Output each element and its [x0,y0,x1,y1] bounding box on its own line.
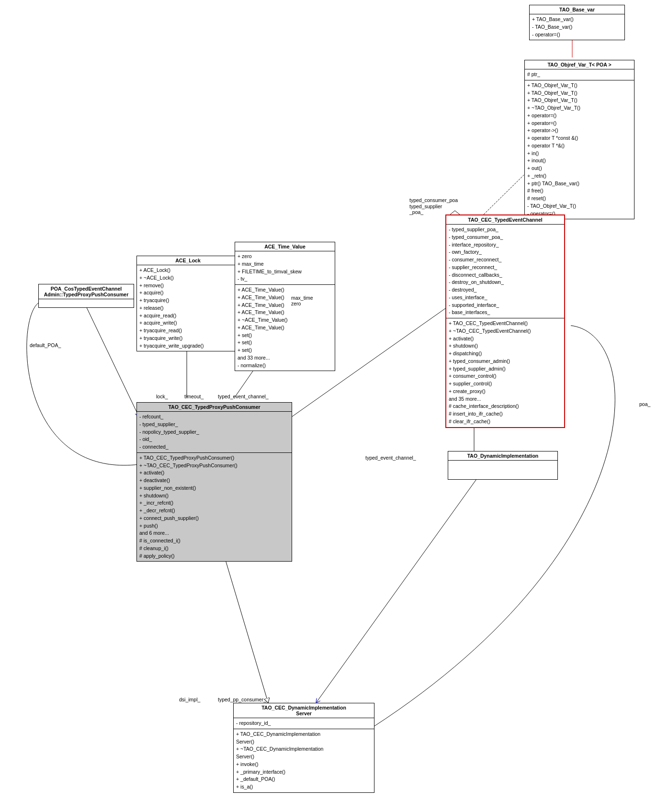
box-title-ace-time-value: ACE_Time_Value [235,242,335,251]
box-section-ace-time-value-attrs: + zero + max_time + FILETIME_to_timval_s… [235,251,335,285]
label-default-poa: default_POA_ [30,342,61,348]
box-section-tao-cec-dynamic-impl-attrs: - repository_id_ [234,718,374,729]
box-ace-lock: ACE_Lock + ACE_Lock() + ~ACE_Lock() + re… [136,256,239,351]
label-typed-event-channel: typed_event_channel_ [218,394,269,399]
label-typed-consumer-poa: typed_consumer_poa [409,197,458,203]
box-section-tao-cec-typed-event-channel-methods: + TAO_CEC_TypedEventChannel() + ~TAO_CEC… [446,318,564,427]
label-poa: poa_ [639,401,650,407]
box-tao-cec-typed-event-channel: TAO_CEC_TypedEventChannel - typed_suppli… [445,214,565,428]
box-tao-cec-dynamic-impl-server: TAO_CEC_DynamicImplementation Server - r… [233,703,374,793]
box-title-ace-lock: ACE_Lock [137,256,239,265]
label-zero: zero [291,301,301,306]
box-section-tao-cec-dynamic-impl-methods: + TAO_CEC_DynamicImplementation Server()… [234,729,374,792]
box-section-ace-lock-methods: + ACE_Lock() + ~ACE_Lock() + remove() + … [137,265,239,351]
box-title-tao-base-var: TAO_Base_var [530,5,624,14]
label-dsi-impl: dsi_impl_ [179,697,200,702]
box-section-tao-objref-var-methods: + TAO_Objref_Var_T() + TAO_Objref_Var_T(… [525,80,634,219]
svg-line-5 [84,302,139,417]
box-section-tao-cec-typed-proxy-attrs: - refcount_ - typed_supplier_ - nopolicy… [137,412,292,453]
box-poa-cos-typed: POA_CosTypedEventChannel Admin::TypedPro… [38,284,134,308]
box-title-tao-dynamic-implementation: TAO_DynamicImplementation [448,451,557,461]
box-section-ace-time-value-methods: + ACE_Time_Value() + ACE_Time_Value() + … [235,285,335,371]
label-lock: lock_ [156,394,168,399]
label-max-time: max_time [291,295,313,301]
box-section-tao-cec-typed-event-channel-attrs: - typed_supplier_poa_ - typed_consumer_p… [446,225,564,318]
svg-line-6 [316,469,484,703]
label-timeout: timeout_ [184,394,204,399]
box-title-tao-objref-var: TAO_Objref_Var_T< POA > [525,60,634,69]
box-title-tao-cec-typed-proxy-push-consumer: TAO_CEC_TypedProxyPushConsumer [137,403,292,412]
diagram-container: TAO_Base_var + TAO_Base_var() - TAO_Base… [0,0,657,812]
label-typed-supplier-poa: typed_supplier _poa_ [409,203,442,215]
box-title-tao-cec-dynamic-impl-server: TAO_CEC_DynamicImplementation Server [234,703,374,718]
box-ace-time-value: ACE_Time_Value + zero + max_time + FILET… [235,242,335,371]
box-section-tao-cec-typed-proxy-methods: + TAO_CEC_TypedProxyPushConsumer() + ~TA… [137,453,292,562]
label-typed-event-channel-2: typed_event_channel_ [365,455,416,461]
label-typed-pp-consumer: typed_pp_consumer_ [218,697,266,702]
box-section-tao-objref-var-attrs: # ptr_ [525,69,634,80]
box-section-tao-base-var-methods: + TAO_Base_var() - TAO_Base_var() - oper… [530,14,624,40]
box-title-poa-cos-typed: POA_CosTypedEventChannel Admin::TypedPro… [39,284,134,299]
box-tao-cec-typed-proxy-push-consumer: TAO_CEC_TypedProxyPushConsumer - refcoun… [136,402,292,562]
box-section-tao-dynamic-implementation-empty [448,461,557,477]
box-tao-objref-var: TAO_Objref_Var_T< POA > # ptr_ + TAO_Obj… [524,60,634,219]
box-title-tao-cec-typed-event-channel: TAO_CEC_TypedEventChannel [446,215,564,225]
box-tao-base-var: TAO_Base_var + TAO_Base_var() - TAO_Base… [529,5,625,40]
box-tao-dynamic-implementation: TAO_DynamicImplementation [448,451,558,480]
